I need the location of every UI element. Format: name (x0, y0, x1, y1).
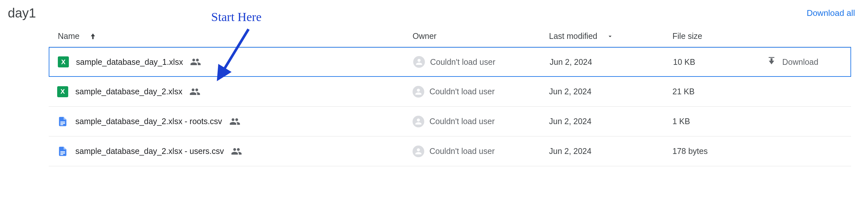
dropdown-icon (607, 33, 614, 40)
col-name-label: Name (49, 32, 80, 41)
download-icon (767, 57, 776, 67)
filename: sample_database_day_2.xlsx - roots.csv (75, 117, 222, 126)
svg-rect-5 (60, 153, 65, 154)
cell-size: 178 bytes (673, 147, 764, 156)
svg-rect-1 (60, 122, 65, 122)
svg-rect-3 (60, 124, 63, 125)
col-size[interactable]: File size (673, 32, 764, 41)
avatar-icon (412, 116, 424, 127)
lastmod-text: Jun 2, 2024 (549, 147, 592, 156)
download-button[interactable]: Download (764, 57, 852, 67)
lastmod-text: Jun 2, 2024 (549, 87, 592, 96)
page-title: day1 (8, 6, 36, 21)
shared-icon (189, 86, 200, 97)
size-text: 178 bytes (673, 147, 708, 156)
shared-icon (229, 116, 240, 127)
lastmod-text: Jun 2, 2024 (549, 117, 592, 126)
col-lastmod-label: Last modified (549, 32, 597, 41)
col-name[interactable]: Name (49, 32, 412, 41)
cell-owner: Couldn't load user (412, 146, 549, 157)
svg-rect-4 (60, 151, 65, 152)
xlsx-icon: X (57, 86, 68, 97)
avatar-icon (412, 146, 424, 157)
cell-owner: Couldn't load user (413, 56, 550, 68)
download-all-link[interactable]: Download all (807, 8, 855, 18)
table-row[interactable]: Xsample_database_day_2.xlsxCouldn't load… (49, 77, 851, 107)
xlsx-icon: X (58, 56, 69, 68)
cell-owner: Couldn't load user (412, 116, 549, 127)
cell-name: Xsample_database_day_2.xlsx (49, 86, 412, 97)
table-row[interactable]: sample_database_day_2.xlsx - roots.csvCo… (49, 107, 851, 136)
cell-lastmod: Jun 2, 2024 (549, 87, 673, 96)
avatar-icon (413, 56, 425, 68)
table-row[interactable]: sample_database_day_2.xlsx - users.csvCo… (49, 136, 851, 166)
header-row: day1 Download all (0, 0, 868, 21)
cell-size: 1 KB (673, 117, 764, 126)
cell-lastmod: Jun 2, 2024 (549, 147, 673, 156)
cell-size: 21 KB (673, 87, 764, 96)
size-text: 21 KB (673, 87, 694, 96)
cell-name: sample_database_day_2.xlsx - users.csv (49, 146, 412, 157)
avatar-icon (412, 86, 424, 97)
svg-rect-6 (60, 154, 63, 155)
col-lastmod[interactable]: Last modified (549, 32, 673, 41)
sort-asc-icon (89, 32, 97, 41)
cell-name: Xsample_database_day_1.xlsx (50, 56, 413, 68)
shared-icon (190, 56, 201, 68)
lastmod-text: Jun 2, 2024 (550, 57, 592, 67)
doc-icon (57, 116, 68, 127)
table-row[interactable]: Xsample_database_day_1.xlsxCouldn't load… (49, 47, 851, 77)
owner-text: Couldn't load user (430, 147, 495, 156)
shared-icon (231, 146, 242, 157)
col-owner[interactable]: Owner (412, 32, 549, 41)
cell-owner: Couldn't load user (412, 86, 549, 97)
svg-rect-2 (60, 123, 65, 124)
cell-name: sample_database_day_2.xlsx - roots.csv (49, 116, 412, 127)
cell-lastmod: Jun 2, 2024 (550, 57, 673, 67)
cell-lastmod: Jun 2, 2024 (549, 117, 673, 126)
table-header: Name Owner Last modified File size (49, 32, 851, 47)
owner-text: Couldn't load user (430, 117, 495, 126)
doc-icon (57, 146, 68, 157)
file-table: Name Owner Last modified File size Xsamp… (49, 32, 851, 166)
col-size-label: File size (673, 32, 702, 41)
download-label: Download (782, 57, 818, 67)
size-text: 1 KB (673, 117, 690, 126)
filename: sample_database_day_2.xlsx (75, 87, 182, 96)
owner-text: Couldn't load user (430, 87, 495, 96)
size-text: 10 KB (673, 57, 695, 67)
filename: sample_database_day_2.xlsx - users.csv (75, 147, 224, 156)
col-owner-label: Owner (412, 32, 437, 41)
owner-text: Couldn't load user (430, 57, 495, 67)
cell-size: 10 KB (673, 57, 764, 67)
filename: sample_database_day_1.xlsx (76, 57, 183, 67)
